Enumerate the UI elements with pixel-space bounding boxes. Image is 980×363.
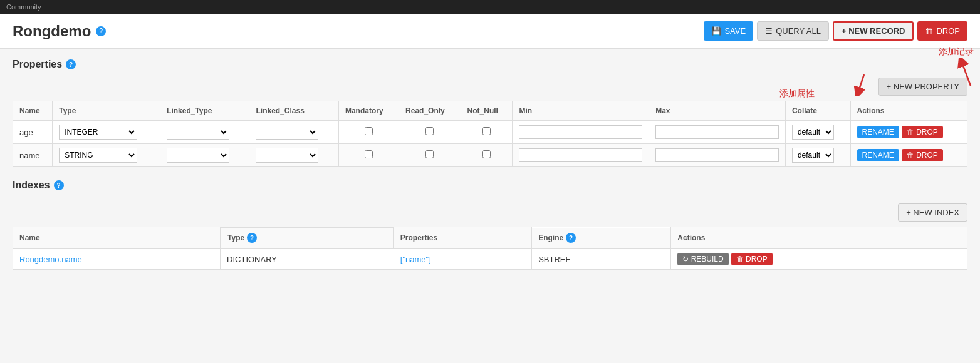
index-actions-cell: ↻ REBUILD🗑 DROP xyxy=(677,253,961,265)
idx-col-name: Name xyxy=(13,227,221,249)
col-collate: Collate xyxy=(785,101,850,121)
prop-type-select[interactable]: INTEGERSTRINGBOOLEANFLOATDOUBLEDATEDATET… xyxy=(59,148,137,163)
prop-not_null-checkbox[interactable] xyxy=(482,127,491,135)
page-title: Rongdemo ? xyxy=(13,23,106,40)
col-linked-type: Linked_Type xyxy=(160,101,249,121)
index-row: Rongdemo.nameDICTIONARY["name"]SBTREE↻ R… xyxy=(13,249,967,270)
properties-section: Properties ? 添加属性 xyxy=(13,59,967,167)
prop-rename-button[interactable]: RENAME xyxy=(857,126,899,138)
idx-col-type: Type ? xyxy=(221,227,394,248)
properties-section-title: Properties ? xyxy=(13,59,967,70)
new-index-button[interactable]: + NEW INDEX xyxy=(898,203,967,222)
indexes-section-title: Indexes ? xyxy=(13,180,967,191)
prop-collate-select[interactable]: defaultci xyxy=(792,148,834,163)
index-type-cell: DICTIONARY xyxy=(221,249,394,270)
prop-max-input[interactable] xyxy=(655,125,779,139)
idx-col-actions: Actions xyxy=(671,227,967,249)
page-title-text: Rongdemo xyxy=(13,23,91,40)
prop-read_only-checkbox[interactable] xyxy=(425,150,434,158)
prop-drop-button[interactable]: 🗑 DROP xyxy=(902,149,943,161)
index-drop-button[interactable]: 🗑 DROP xyxy=(731,253,773,265)
save-button[interactable]: 💾 SAVE xyxy=(704,21,753,41)
properties-row: nameINTEGERSTRINGBOOLEANFLOATDOUBLEDATED… xyxy=(13,144,967,167)
prop-rename-button[interactable]: RENAME xyxy=(857,149,899,161)
index-engine-cell: SBTREE xyxy=(532,249,671,270)
indexes-table: Name Type ? Properties Engine ? Actions … xyxy=(13,227,967,270)
prop-max-input[interactable] xyxy=(655,148,779,162)
prop-min-input[interactable] xyxy=(519,148,642,162)
prop-linked-class-select[interactable] xyxy=(256,125,318,140)
engine-info-icon[interactable]: ? xyxy=(566,233,576,243)
indexes-info-icon[interactable]: ? xyxy=(54,180,64,190)
type-info-icon[interactable]: ? xyxy=(247,233,257,243)
col-read-only: Read_Only xyxy=(399,101,461,121)
new-property-button[interactable]: + NEW PROPERTY xyxy=(878,78,967,96)
new-record-button[interactable]: + NEW RECORD xyxy=(833,21,914,41)
prop-type-select[interactable]: INTEGERSTRINGBOOLEANFLOATDOUBLEDATEDATET… xyxy=(59,125,137,140)
col-name: Name xyxy=(13,101,53,121)
col-type: Type xyxy=(53,101,160,121)
prop-linked-class-select[interactable] xyxy=(256,148,318,163)
properties-info-icon[interactable]: ? xyxy=(66,59,76,69)
trash-icon: 🗑 xyxy=(925,26,933,36)
header: Rongdemo ? 💾 SAVE ☰ QUERY ALL + NEW RECO… xyxy=(0,14,980,49)
prop-not_null-checkbox[interactable] xyxy=(482,150,491,158)
prop-name-cell: name xyxy=(13,144,53,167)
prop-linked-type-select[interactable] xyxy=(167,125,229,140)
prop-actions-cell: RENAME🗑 DROP xyxy=(857,149,961,161)
prop-drop-button[interactable]: 🗑 DROP xyxy=(902,126,943,138)
top-bar: Community xyxy=(0,0,980,14)
query-all-button[interactable]: ☰ QUERY ALL xyxy=(757,21,829,41)
add-property-annotation: 添加属性 xyxy=(779,88,815,98)
drop-button[interactable]: 🗑 DROP xyxy=(917,21,967,41)
new-index-area: + NEW INDEX xyxy=(13,198,967,227)
arrow-annotation-2 xyxy=(817,71,867,96)
col-linked-class: Linked_Class xyxy=(249,101,338,121)
prop-read_only-checkbox[interactable] xyxy=(425,127,434,135)
prop-collate-select[interactable]: defaultci xyxy=(792,125,834,140)
prop-linked-type-select[interactable] xyxy=(167,148,229,163)
prop-actions-cell: RENAME🗑 DROP xyxy=(857,126,961,138)
col-actions: Actions xyxy=(850,101,967,121)
index-rebuild-button[interactable]: ↻ REBUILD xyxy=(677,253,728,265)
idx-col-engine: Engine ? xyxy=(532,228,670,248)
indexes-section: Indexes ? + NEW INDEX Name Type ? Proper… xyxy=(13,180,967,270)
top-bar-label: Community xyxy=(6,3,41,11)
prop-mandatory-checkbox[interactable] xyxy=(365,150,373,158)
index-properties-cell: ["name"] xyxy=(394,249,531,270)
header-buttons: 💾 SAVE ☰ QUERY ALL + NEW RECORD 🗑 DROP xyxy=(704,21,967,41)
col-mandatory: Mandatory xyxy=(338,101,399,121)
idx-col-properties: Properties xyxy=(394,227,531,249)
col-max: Max xyxy=(649,101,786,121)
col-not-null: Not_Null xyxy=(461,101,513,121)
query-icon: ☰ xyxy=(765,26,773,36)
title-info-icon[interactable]: ? xyxy=(96,26,106,36)
prop-mandatory-checkbox[interactable] xyxy=(365,127,373,135)
save-icon: 💾 xyxy=(711,26,721,36)
prop-name-cell: age xyxy=(13,121,53,144)
properties-table: Name Type Linked_Type Linked_Class Manda… xyxy=(13,101,967,167)
properties-row: ageINTEGERSTRINGBOOLEANFLOATDOUBLEDATEDA… xyxy=(13,121,967,144)
index-name-link[interactable]: Rongdemo.name xyxy=(19,255,82,264)
svg-line-1 xyxy=(858,74,864,93)
prop-min-input[interactable] xyxy=(519,125,642,139)
col-min: Min xyxy=(513,101,649,121)
main-content: Properties ? 添加属性 xyxy=(0,49,980,280)
